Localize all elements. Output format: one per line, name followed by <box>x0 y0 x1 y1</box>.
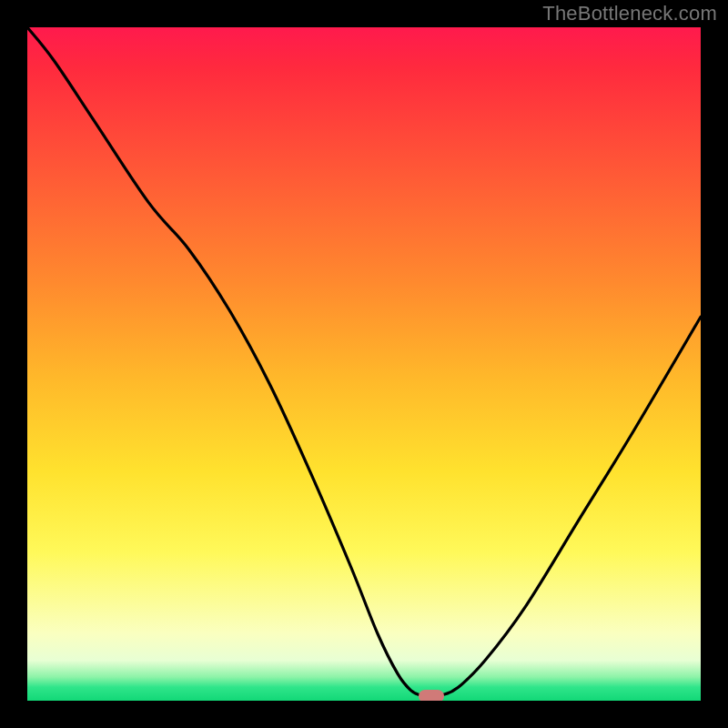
sweet-spot-marker <box>419 690 444 701</box>
chart-frame: TheBottleneck.com <box>0 0 728 728</box>
curve-svg <box>27 27 701 701</box>
watermark-text: TheBottleneck.com <box>542 2 717 25</box>
plot-area <box>27 27 701 701</box>
bottleneck-curve <box>27 27 701 697</box>
